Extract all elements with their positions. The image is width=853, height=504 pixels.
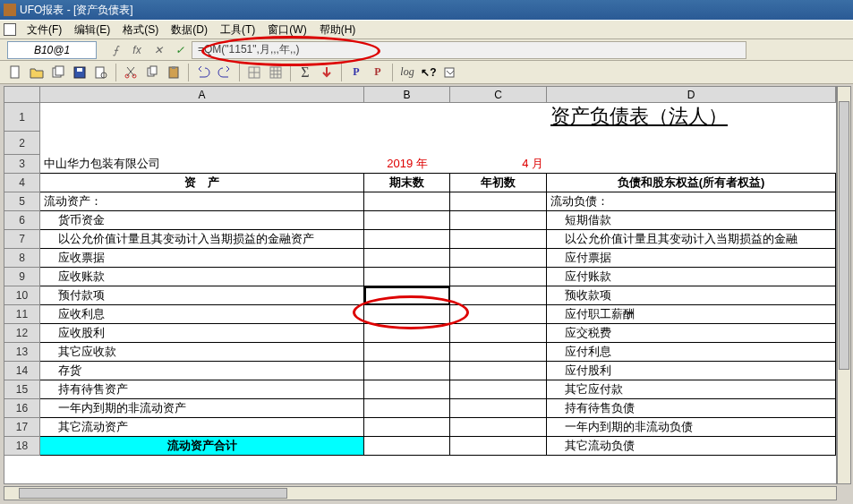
formula-input[interactable]: =QM("1151",月,,,年,,): [192, 41, 746, 59]
menu-tools[interactable]: 工具(T): [215, 21, 260, 39]
vertical-scrollbar[interactable]: [837, 86, 851, 484]
liability-item[interactable]: 以公允价值计量且其变动计入当期损益的金融: [547, 230, 836, 249]
liability-item[interactable]: 应付职工薪酬: [547, 305, 836, 324]
asset-item[interactable]: 其它流动资产: [40, 418, 364, 437]
row-header[interactable]: 18: [4, 437, 40, 456]
asset-item[interactable]: 持有待售资产: [40, 380, 364, 399]
new-icon[interactable]: [5, 63, 25, 82]
year-value[interactable]: 2019 年: [364, 155, 450, 174]
arrow-down-icon[interactable]: [317, 63, 337, 82]
liability-item[interactable]: 预收款项: [547, 286, 836, 305]
col-header-d[interactable]: D: [547, 87, 836, 102]
header-liab[interactable]: 负债和股东权益(所有者权益): [547, 174, 836, 192]
log-icon[interactable]: log: [397, 63, 417, 82]
letter-p-icon[interactable]: P: [346, 63, 366, 82]
row-header[interactable]: 17: [4, 418, 40, 437]
section-right[interactable]: 流动负债：: [547, 192, 836, 211]
asset-item[interactable]: 以公允价值计量且其变动计入当期损益的金融资产: [40, 230, 364, 249]
select-all-corner[interactable]: [4, 87, 40, 102]
save-icon[interactable]: [70, 63, 90, 82]
undo-icon[interactable]: [193, 63, 213, 82]
row-header[interactable]: 7: [4, 230, 40, 249]
separator: [290, 64, 291, 81]
cards-icon[interactable]: [48, 63, 68, 82]
sigma-icon[interactable]: Σ: [295, 63, 315, 82]
section-left[interactable]: 流动资产：: [40, 192, 364, 211]
asset-item[interactable]: 应收票据: [40, 249, 364, 268]
confirm-icon[interactable]: ✓: [172, 42, 188, 58]
open-icon[interactable]: [27, 63, 47, 82]
liab-other[interactable]: 其它流动负债: [547, 437, 836, 456]
liability-item[interactable]: 应付股利: [547, 362, 836, 380]
liability-item[interactable]: 应付票据: [547, 249, 836, 268]
row-header[interactable]: 11: [4, 305, 40, 324]
row-header[interactable]: 5: [4, 192, 40, 211]
preview-icon[interactable]: [91, 63, 111, 82]
total-assets[interactable]: 流动资产合计: [40, 437, 364, 456]
col-header-c[interactable]: C: [450, 87, 547, 102]
cancel-icon[interactable]: ✕: [150, 42, 166, 58]
spreadsheet-grid[interactable]: A B C D 1 资产负债表（法人） 2 3 中山华力包装有限公司 2019 …: [4, 86, 837, 484]
asset-item[interactable]: 预付款项: [40, 286, 364, 305]
menu-window[interactable]: 窗口(W): [262, 21, 311, 39]
row-header[interactable]: 9: [4, 268, 40, 286]
fx-button[interactable]: fx: [129, 42, 145, 58]
name-box[interactable]: B10@1: [7, 41, 97, 59]
row-header[interactable]: 4: [4, 174, 40, 192]
row-header[interactable]: 6: [4, 211, 40, 230]
row-header[interactable]: 16: [4, 399, 40, 418]
row-header[interactable]: 10: [4, 286, 40, 305]
row-header[interactable]: 12: [4, 324, 40, 343]
asset-item[interactable]: 一年内到期的非流动资产: [40, 399, 364, 418]
asset-item[interactable]: 存货: [40, 362, 364, 380]
header-begin[interactable]: 年初数: [450, 174, 547, 192]
row-header[interactable]: 1: [4, 103, 40, 132]
window-titlebar: UFO报表 - [资产负债表]: [0, 0, 853, 20]
col-header-a[interactable]: A: [40, 87, 364, 102]
row-header[interactable]: 14: [4, 362, 40, 380]
liability-item[interactable]: 应付账款: [547, 268, 836, 286]
menu-edit[interactable]: 编辑(E): [69, 21, 115, 39]
horizontal-scrollbar[interactable]: [4, 486, 837, 500]
asset-item[interactable]: 应收股利: [40, 324, 364, 343]
liability-item[interactable]: 短期借款: [547, 211, 836, 230]
copy-icon[interactable]: [142, 63, 162, 82]
table-icon[interactable]: [266, 63, 286, 82]
liability-item[interactable]: 其它应付款: [547, 380, 836, 399]
asset-item[interactable]: 其它应收款: [40, 343, 364, 362]
table-row: 1 资产负债表（法人）: [4, 103, 836, 132]
selected-cell[interactable]: [364, 286, 450, 305]
row-header[interactable]: 13: [4, 343, 40, 362]
menu-format[interactable]: 格式(S): [117, 21, 164, 39]
paste-icon[interactable]: [164, 63, 183, 82]
cut-icon[interactable]: [121, 63, 141, 82]
asset-item[interactable]: 应收利息: [40, 305, 364, 324]
help-pointer-icon[interactable]: ↖?: [419, 63, 439, 82]
menu-help[interactable]: 帮助(H): [314, 21, 362, 39]
header-end[interactable]: 期末数: [364, 174, 450, 192]
row-header[interactable]: 15: [4, 380, 40, 399]
liability-item[interactable]: 一年内到期的非流动负债: [547, 418, 836, 437]
fx-wizard-icon[interactable]: ⨍: [107, 42, 124, 58]
table-row: 13其它应收款应付利息: [4, 343, 836, 362]
liability-item[interactable]: 应付利息: [547, 343, 836, 362]
asset-item[interactable]: 货币资金: [40, 211, 364, 230]
col-header-b[interactable]: B: [364, 87, 450, 102]
menu-file[interactable]: 文件(F): [21, 21, 67, 39]
row-header[interactable]: 8: [4, 249, 40, 268]
asset-item[interactable]: 应收账款: [40, 268, 364, 286]
svg-rect-14: [270, 67, 281, 78]
dropdown-icon[interactable]: [440, 63, 460, 82]
row-header[interactable]: 2: [4, 132, 40, 155]
liability-item[interactable]: 应交税费: [547, 324, 836, 343]
grid-icon[interactable]: [244, 63, 264, 82]
table-row: 8应收票据应付票据: [4, 249, 836, 268]
header-assets[interactable]: 资 产: [40, 174, 364, 192]
letter-p2-icon[interactable]: P: [368, 63, 388, 82]
company-name[interactable]: 中山华力包装有限公司: [40, 155, 364, 174]
redo-icon[interactable]: [215, 63, 235, 82]
liability-item[interactable]: 持有待售负债: [547, 399, 836, 418]
menu-data[interactable]: 数据(D): [166, 21, 213, 39]
row-header[interactable]: 3: [4, 155, 40, 174]
month-value[interactable]: 4 月: [450, 155, 547, 174]
